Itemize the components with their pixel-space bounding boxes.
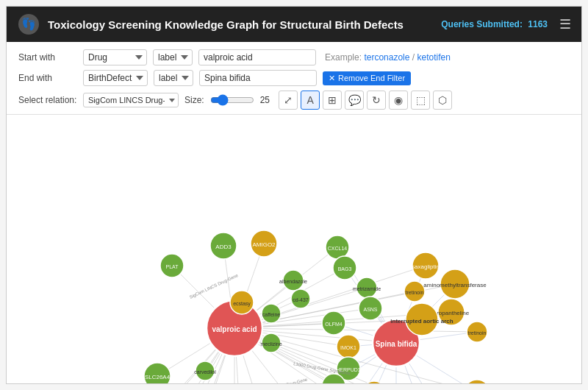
queries-count-label: Queries Submitted: 1163 xyxy=(441,19,548,29)
example1-link[interactable]: terconazole xyxy=(364,52,409,63)
end-label: End with xyxy=(18,73,77,83)
svg-text:ecstasy: ecstasy xyxy=(233,301,251,307)
menu-icon[interactable]: ☰ xyxy=(559,16,571,32)
toolbar-row: Select relation: SigCom LINCS Drug-t... … xyxy=(18,91,570,110)
svg-text:metrizamide: metrizamide xyxy=(353,286,381,291)
svg-text:PLAT: PLAT xyxy=(166,264,179,269)
app-title: Toxicology Screening Knowledge Graph for… xyxy=(48,18,434,31)
cycle-icon[interactable]: ↻ xyxy=(367,91,386,110)
end-value-input[interactable] xyxy=(199,70,317,86)
svg-text:OLFM4: OLFM4 xyxy=(325,322,342,327)
example-section: Example: terconazole / ketotifen xyxy=(325,52,451,63)
graph-svg: valproic acidSpina bifidaADD3AMIGO2PLATC… xyxy=(7,115,581,383)
svg-text:Spina bifida: Spina bifida xyxy=(376,340,417,348)
tag-icon[interactable]: ⬡ xyxy=(433,91,452,110)
svg-text:ASNS: ASNS xyxy=(363,307,377,312)
svg-text:aminomethyltransferase: aminomethyltransferase xyxy=(423,282,487,288)
svg-text:CXCL14: CXCL14 xyxy=(328,246,348,251)
svg-text:BAG3: BAG3 xyxy=(338,266,352,272)
end-row: End with BirthDefect Gene label id ✕ Rem… xyxy=(18,70,570,86)
remove-filter-icon: ✕ xyxy=(329,74,335,83)
relation-select[interactable]: SigCom LINCS Drug-t... xyxy=(83,93,179,107)
svg-point-135 xyxy=(464,380,490,383)
svg-text:propantheline: propantheline xyxy=(434,310,470,316)
camera-icon[interactable]: ⬚ xyxy=(411,91,430,110)
svg-text:IMOK1: IMOK1 xyxy=(340,345,356,350)
toolbar-icons: ⤢ A ⊞ 💬 ↻ ◉ ⬚ ⬡ xyxy=(279,91,452,110)
end-filter-select[interactable]: label id xyxy=(154,70,193,86)
svg-text:interrupted aortic arch: interrupted aortic arch xyxy=(390,318,453,325)
remove-end-filter-button[interactable]: ✕ Remove End Filter xyxy=(323,71,411,85)
app-logo: 👣 xyxy=(17,13,40,36)
grid-icon[interactable]: ⊞ xyxy=(323,91,342,110)
size-slider[interactable] xyxy=(210,94,254,106)
svg-text:AMIGO2: AMIGO2 xyxy=(252,241,276,248)
start-row: Start with Drug Gene Compound label id E… xyxy=(18,49,570,65)
graph-area[interactable]: valproic acidSpina bifidaADD3AMIGO2PLATC… xyxy=(7,115,581,383)
example2-link[interactable]: ketotifen xyxy=(417,52,450,63)
svg-text:saxagliptin: saxagliptin xyxy=(412,263,440,270)
svg-text:tretinoin: tretinoin xyxy=(406,290,424,295)
svg-text:SigCom LINCS Drug-Gene: SigCom LINCS Drug-Gene xyxy=(189,273,239,299)
svg-text:tretinoin: tretinoin xyxy=(468,330,487,336)
controls-panel: Start with Drug Gene Compound label id E… xyxy=(7,42,581,115)
svg-text:albendazole: albendazole xyxy=(279,279,307,284)
svg-text:valproic acid: valproic acid xyxy=(212,325,257,333)
svg-text:caffeine: caffeine xyxy=(262,312,280,317)
header: 👣 Toxicology Screening Knowledge Graph f… xyxy=(7,7,581,42)
text-icon[interactable]: A xyxy=(301,91,320,110)
end-type-select[interactable]: BirthDefect Gene xyxy=(83,70,148,86)
eye-icon[interactable]: ◉ xyxy=(389,91,408,110)
svg-text:ADD3: ADD3 xyxy=(215,244,232,250)
start-filter-select[interactable]: label id xyxy=(153,49,193,65)
header-right: Queries Submitted: 1163 ☰ xyxy=(441,16,571,32)
expand-icon[interactable]: ⤢ xyxy=(279,91,298,110)
svg-text:meclizine: meclizine xyxy=(260,341,282,347)
size-label: Size: xyxy=(184,95,204,105)
svg-text:carvedilol: carvedilol xyxy=(194,369,216,375)
size-value: 25 xyxy=(260,95,270,105)
comment-icon[interactable]: 💬 xyxy=(345,91,364,110)
start-type-select[interactable]: Drug Gene Compound xyxy=(83,49,147,65)
start-value-input[interactable] xyxy=(198,49,316,65)
svg-text:SLC26A4: SLC26A4 xyxy=(145,374,171,380)
svg-text:cd-437: cd-437 xyxy=(293,297,309,302)
start-label: Start with xyxy=(18,52,77,63)
svg-text:👣: 👣 xyxy=(21,17,36,31)
relation-label: Select relation: xyxy=(18,95,77,105)
svg-text:SigCom LINCS Drug-Gene: SigCom LINCS Drug-Gene xyxy=(256,377,309,383)
